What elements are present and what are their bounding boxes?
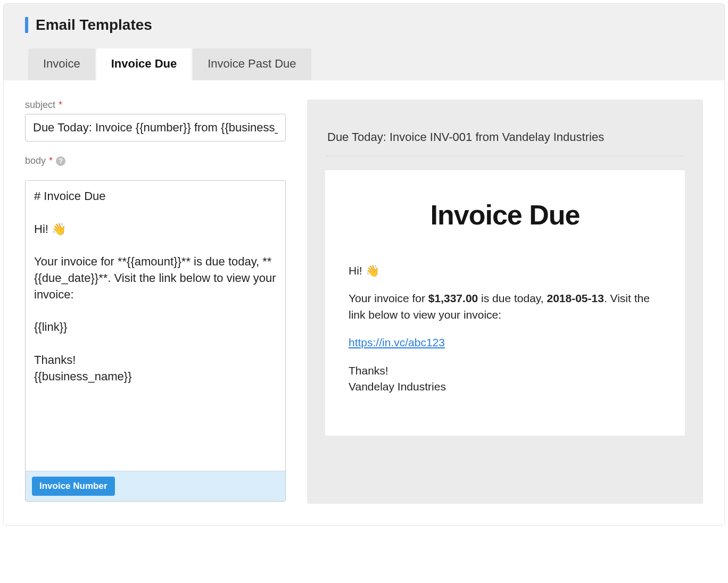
preview-body-text: Hi! 👋 Your invoice for $1,337.00 is due … [349, 263, 661, 395]
preview-heading: Invoice Due [349, 199, 661, 231]
preview-link[interactable]: https://in.vc/abc123 [349, 336, 445, 348]
page-title: Email Templates [36, 16, 152, 34]
help-icon[interactable]: ? [56, 156, 65, 166]
required-marker: * [59, 99, 62, 111]
preview-amount: $1,337.00 [428, 292, 478, 304]
preview-subject: Due Today: Invoice INV-001 from Vandelay… [325, 115, 685, 156]
editor-column: subject* body* ? Invoice Number [25, 99, 286, 504]
preview-column: Due Today: Invoice INV-001 from Vandelay… [307, 99, 703, 504]
subject-label-row: subject* [25, 99, 286, 111]
body-label-row: body* ? [25, 155, 286, 166]
token-suggestion-bar: Invoice Number [26, 471, 285, 501]
tab-invoice-past-due[interactable]: Invoice Past Due [193, 48, 311, 80]
preview-line1-pre: Your invoice for [349, 292, 428, 304]
preview-signoff: Thanks! Vandelay Industries [349, 363, 661, 395]
preview-business-name: Vandelay Industries [349, 380, 446, 393]
insert-invoice-number-button[interactable]: Invoice Number [32, 477, 115, 496]
preview-line-1: Your invoice for $1,337.00 is due today,… [349, 290, 661, 323]
subject-input[interactable] [25, 114, 286, 141]
preview-greeting: Hi! 👋 [349, 263, 661, 279]
preview-due-date: 2018-05-13 [547, 292, 603, 304]
card-header: Email Templates Invoice Invoice Due Invo… [4, 4, 724, 80]
preview-email-body: Invoice Due Hi! 👋 Your invoice for $1,33… [325, 170, 685, 436]
tabs: Invoice Invoice Due Invoice Past Due [25, 48, 703, 80]
content-area: subject* body* ? Invoice Number Due Toda… [4, 80, 724, 525]
body-editor-wrap: Invoice Number [25, 180, 286, 502]
preview-panel: Due Today: Invoice INV-001 from Vandelay… [307, 99, 703, 504]
body-textarea[interactable] [26, 181, 285, 468]
tab-invoice[interactable]: Invoice [28, 48, 95, 80]
tab-invoice-due[interactable]: Invoice Due [96, 48, 192, 80]
preview-line1-mid: is due today, [478, 292, 547, 304]
preview-link-line: https://in.vc/abc123 [349, 335, 661, 351]
body-label: body [25, 155, 46, 166]
subject-label: subject [25, 99, 55, 111]
email-templates-card: Email Templates Invoice Invoice Due Invo… [3, 3, 725, 526]
preview-thanks: Thanks! [349, 364, 388, 377]
accent-bar [25, 17, 28, 33]
required-marker: * [49, 155, 53, 166]
